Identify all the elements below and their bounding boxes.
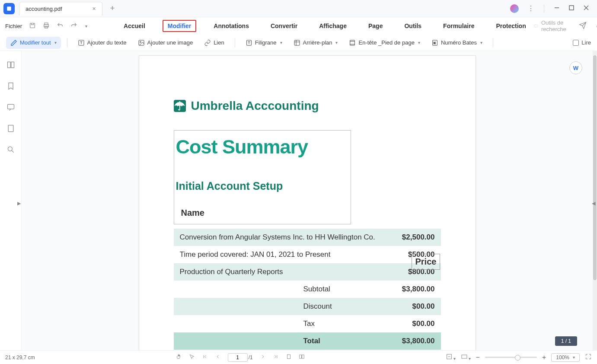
text-icon xyxy=(78,39,85,46)
view-mode-icon[interactable]: ▾ xyxy=(461,353,471,361)
redo-icon[interactable] xyxy=(70,22,77,30)
single-page-icon[interactable] xyxy=(286,354,292,361)
lire-checkbox[interactable]: Lire xyxy=(573,39,591,46)
comments-icon[interactable] xyxy=(6,103,15,113)
undo-icon[interactable] xyxy=(57,22,64,30)
first-page-icon[interactable] xyxy=(202,354,208,361)
workarea: ▶ ☂ Umbrella Acccounting Cost Summary In… xyxy=(0,51,597,350)
last-page-icon[interactable] xyxy=(273,354,279,361)
ajouter-image-button[interactable]: Ajouter une image xyxy=(134,37,198,49)
thumbnails-icon[interactable] xyxy=(6,61,15,70)
menu-annotations[interactable]: Annotations xyxy=(209,20,253,32)
svg-point-11 xyxy=(140,41,141,42)
hand-tool-icon[interactable] xyxy=(176,354,182,361)
save-icon[interactable] xyxy=(29,22,36,30)
cost-table: Conversion from Angular Systems Inc. to … xyxy=(174,229,441,350)
page-dimensions: 21 x 29,7 cm xyxy=(5,354,35,361)
svg-rect-19 xyxy=(7,62,10,67)
svg-rect-27 xyxy=(302,355,304,358)
filigrane-button[interactable]: Filigrane▾ xyxy=(241,37,287,49)
bates-icon: N xyxy=(431,39,438,46)
user-avatar-icon[interactable] xyxy=(510,4,519,13)
ajouter-texte-button[interactable]: Ajouter du texte xyxy=(73,37,131,49)
page-navigation: /1 xyxy=(176,353,305,362)
maximize-icon[interactable] xyxy=(568,5,575,12)
fit-width-icon[interactable]: ▾ xyxy=(446,353,456,361)
qat-dropdown-icon[interactable]: ▾ xyxy=(85,24,87,29)
main-menu: Accueil Modifier Annotations Convertir A… xyxy=(119,20,530,32)
col-price: Price xyxy=(412,254,441,270)
menu-affichage[interactable]: Affichage xyxy=(315,20,351,32)
file-menu[interactable]: Fichier xyxy=(5,23,22,29)
svg-rect-0 xyxy=(7,6,11,10)
document-tab[interactable]: accounting.pdf × xyxy=(19,2,102,16)
svg-rect-5 xyxy=(30,23,35,28)
page-number-input[interactable] xyxy=(228,353,248,362)
zoom-controls: ▾ ▾ − + 100%▾ xyxy=(446,353,592,362)
search-tools[interactable]: Outils de recherche xyxy=(534,19,569,32)
tab-title: accounting.pdf xyxy=(26,6,62,12)
export-word-button[interactable]: W xyxy=(569,61,582,74)
link-icon xyxy=(204,39,211,46)
edit-toolbar: Modifier tout▾ Ajouter du texte Ajouter … xyxy=(0,35,597,51)
prev-page-icon[interactable] xyxy=(215,354,221,361)
bates-button[interactable]: N Numéro Bates▾ xyxy=(427,37,487,49)
menu-convertir[interactable]: Convertir xyxy=(266,20,302,32)
zoom-slider[interactable] xyxy=(485,357,537,358)
svg-rect-26 xyxy=(299,355,301,358)
close-window-icon[interactable] xyxy=(583,5,589,12)
share-icon[interactable] xyxy=(579,22,587,31)
pdf-page: ☂ Umbrella Acccounting Cost Summary Init… xyxy=(139,55,476,350)
expand-left-icon[interactable]: ▶ xyxy=(17,201,21,206)
edit-selection-box[interactable]: Cost Summary Initial Account Setup Name xyxy=(174,130,351,224)
menu-accueil[interactable]: Accueil xyxy=(119,20,150,32)
fullscreen-icon[interactable] xyxy=(585,353,592,361)
close-tab-icon[interactable]: × xyxy=(93,5,96,12)
two-page-icon[interactable] xyxy=(299,354,305,361)
entete-pied-button[interactable]: En-tête _Pied de page▾ xyxy=(345,37,424,49)
menu-protection[interactable]: Protection xyxy=(492,20,530,32)
header-footer-icon xyxy=(349,39,356,46)
minimize-icon[interactable] xyxy=(554,5,560,12)
discount-row: Discount$00.00 xyxy=(174,298,441,315)
zoom-in-icon[interactable]: + xyxy=(542,354,546,361)
menu-page[interactable]: Page xyxy=(364,20,387,32)
svg-rect-29 xyxy=(462,355,467,358)
titlebar: accounting.pdf × + ⋮ xyxy=(0,0,597,17)
subtotal-row: Subtotal$3,800.00 xyxy=(174,281,441,298)
doc-title: Cost Summary xyxy=(176,136,349,158)
attachments-icon[interactable] xyxy=(6,124,15,134)
lien-button[interactable]: Lien xyxy=(200,37,229,49)
svg-rect-2 xyxy=(569,6,574,10)
svg-line-24 xyxy=(12,150,14,153)
svg-rect-22 xyxy=(8,125,13,132)
svg-rect-13 xyxy=(294,40,300,45)
search-icon[interactable] xyxy=(6,145,15,155)
zoom-out-icon[interactable]: − xyxy=(476,354,480,361)
company-header: ☂ Umbrella Acccounting xyxy=(174,99,441,113)
document-canvas[interactable]: ☂ Umbrella Acccounting Cost Summary Init… xyxy=(22,51,593,350)
svg-rect-25 xyxy=(287,354,290,358)
menu-formulaire[interactable]: Formulaire xyxy=(439,20,479,32)
bookmarks-icon[interactable] xyxy=(6,82,15,92)
table-row: Conversion from Angular Systems Inc. to … xyxy=(174,229,441,246)
image-icon xyxy=(138,39,145,46)
zoom-value-dropdown[interactable]: 100%▾ xyxy=(551,353,580,362)
arriere-plan-button[interactable]: Arrière-plan▾ xyxy=(289,37,342,49)
table-row: Time period covered: JAN 01, 2021 to Pre… xyxy=(174,246,441,263)
next-page-icon[interactable] xyxy=(260,354,266,361)
svg-point-23 xyxy=(8,147,12,151)
print-icon[interactable] xyxy=(43,22,50,30)
page-badge: 1 / 1 xyxy=(555,336,577,346)
add-tab-button[interactable]: + xyxy=(107,2,118,15)
svg-rect-20 xyxy=(11,62,14,67)
select-tool-icon[interactable] xyxy=(189,354,195,361)
doc-subtitle: Initial Account Setup xyxy=(176,180,349,192)
expand-right-icon[interactable]: ◀ xyxy=(592,201,595,206)
menu-outils[interactable]: Outils xyxy=(400,20,426,32)
modifier-tout-button[interactable]: Modifier tout▾ xyxy=(6,37,61,49)
svg-text:N: N xyxy=(434,41,436,44)
col-name: Name xyxy=(176,204,349,221)
menu-modifier[interactable]: Modifier xyxy=(163,20,196,32)
more-menu-icon[interactable]: ⋮ xyxy=(527,4,534,13)
